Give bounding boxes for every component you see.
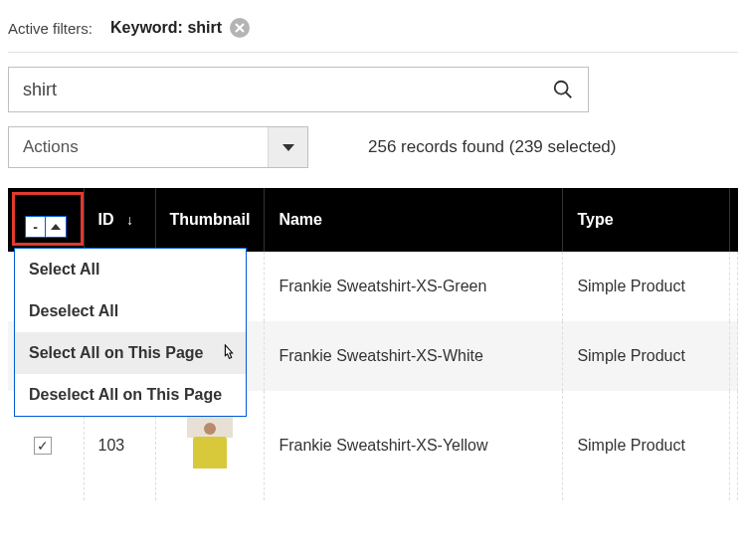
grid-wrap: - Select All Deselect All Select All on … — [8, 188, 738, 500]
active-filters-label: Active filters: — [8, 20, 93, 37]
multiselect-state-indicator: - — [26, 217, 47, 237]
sort-descending-icon: ↓ — [126, 212, 133, 228]
multiselect-caret — [46, 217, 66, 237]
actions-dropdown[interactable]: Actions — [8, 126, 308, 168]
cell-edge — [730, 252, 738, 321]
menu-item-deselect-all[interactable]: Deselect All — [15, 290, 246, 332]
multiselect-menu: Select All Deselect All Select All on Th… — [14, 248, 247, 417]
search-box — [8, 67, 589, 112]
cell-name: Frankie Sweatshirt-XS-Yellow — [265, 391, 563, 500]
cursor-pointer-icon — [220, 342, 238, 364]
column-header-type[interactable]: Type — [563, 188, 730, 252]
cell-edge — [730, 391, 738, 500]
column-header-name[interactable]: Name — [265, 188, 563, 252]
svg-line-3 — [566, 93, 572, 98]
filter-chip-text: Keyword: shirt — [110, 19, 222, 37]
cell-name: Frankie Sweatshirt-XS-Green — [265, 252, 563, 321]
records-found-label: 256 records found (239 selected) — [368, 137, 617, 157]
row-select-checkbox[interactable] — [34, 437, 52, 455]
column-header-id[interactable]: ID ↓ — [84, 188, 155, 252]
cell-name: Frankie Sweatshirt-XS-White — [265, 321, 563, 391]
filter-chip-keyword: Keyword: shirt — [110, 18, 250, 38]
chevron-up-icon — [51, 224, 61, 230]
svg-point-2 — [555, 82, 568, 94]
actions-caret — [268, 127, 307, 167]
active-filters-bar: Active filters: Keyword: shirt — [8, 18, 738, 53]
cell-type: Simple Product — [563, 391, 730, 500]
cell-type: Simple Product — [563, 252, 730, 321]
search-icon[interactable] — [552, 79, 574, 100]
product-grid: - Select All Deselect All Select All on … — [8, 188, 738, 500]
search-input[interactable] — [23, 80, 552, 100]
chevron-down-icon — [282, 144, 294, 151]
remove-filter-icon[interactable] — [230, 18, 250, 38]
column-header-select: - Select All Deselect All Select All on … — [8, 188, 84, 252]
menu-item-deselect-page[interactable]: Deselect All on This Page — [15, 374, 246, 416]
menu-item-select-all[interactable]: Select All — [15, 249, 246, 290]
cell-edge — [730, 321, 738, 391]
product-thumbnail — [187, 415, 233, 472]
actions-label: Actions — [9, 127, 268, 167]
column-header-thumbnail[interactable]: Thumbnail — [155, 188, 265, 252]
search-row — [8, 67, 738, 112]
column-edge — [730, 188, 738, 252]
multiselect-toggle[interactable]: - — [25, 216, 67, 238]
menu-item-select-page[interactable]: Select All on This Page — [15, 332, 246, 374]
actions-row: Actions 256 records found (239 selected) — [8, 126, 738, 168]
cell-type: Simple Product — [563, 321, 730, 391]
